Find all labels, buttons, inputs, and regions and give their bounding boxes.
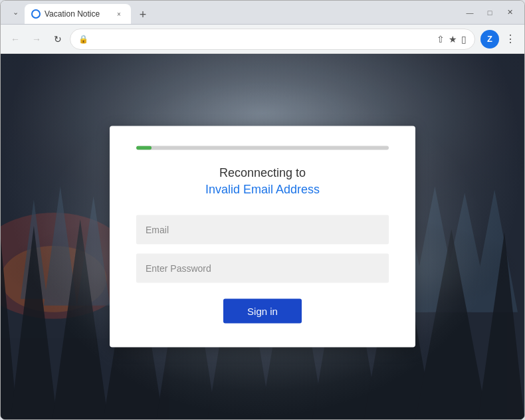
share-icon[interactable]: ⇧ [437, 34, 445, 45]
email-input[interactable] [136, 215, 389, 245]
email-error-text: Invalid Email Address [136, 183, 389, 197]
window-controls: — □ ✕ [461, 6, 519, 19]
tab-title: Vacation Notice [45, 9, 110, 19]
active-tab[interactable]: Vacation Notice × [25, 4, 131, 24]
progress-bar-fill [136, 146, 152, 150]
bookmark-icon[interactable]: ★ [449, 34, 457, 45]
address-bar[interactable]: 🔒 ⇧ ★ ▯ [70, 29, 475, 50]
more-options-button[interactable]: ⋮ [500, 30, 519, 49]
new-tab-button[interactable]: + [134, 5, 152, 24]
tab-close-button[interactable]: × [114, 9, 124, 19]
minimize-button[interactable]: — [461, 6, 479, 19]
extensions-icon[interactable]: ▯ [461, 34, 467, 45]
maximize-button[interactable]: □ [480, 6, 499, 19]
page-content: SAFID Reconnecting to Invalid Email Addr… [1, 54, 524, 419]
sign-in-button[interactable]: Sign in [223, 299, 302, 324]
list-tabs-button[interactable]: ⌄ [6, 6, 25, 19]
back-button[interactable]: ← [6, 30, 25, 49]
address-right-icons: ⇧ ★ ▯ [437, 34, 467, 45]
reload-button[interactable]: ↻ [49, 30, 67, 49]
lock-icon: 🔒 [78, 35, 88, 44]
close-window-button[interactable]: ✕ [500, 6, 519, 19]
address-bar-row: ← → ↻ 🔒 ⇧ ★ ▯ Z ⋮ [1, 25, 524, 54]
password-input[interactable] [136, 254, 389, 283]
title-bar: ⌄ Vacation Notice × + — □ ✕ [1, 1, 524, 25]
profile-button[interactable]: Z [480, 30, 499, 49]
tab-favicon [31, 9, 41, 19]
toolbar-right: Z ⋮ [480, 30, 519, 49]
progress-bar-container [136, 146, 389, 150]
forward-button[interactable]: → [27, 30, 46, 49]
reconnecting-text: Reconnecting to [136, 166, 389, 180]
tab-strip: Vacation Notice × + [25, 1, 461, 24]
browser-window: ⌄ Vacation Notice × + — □ ✕ ← → ↻ 🔒 ⇧ ★ [0, 0, 525, 420]
login-dialog: Reconnecting to Invalid Email Address Si… [110, 126, 415, 348]
